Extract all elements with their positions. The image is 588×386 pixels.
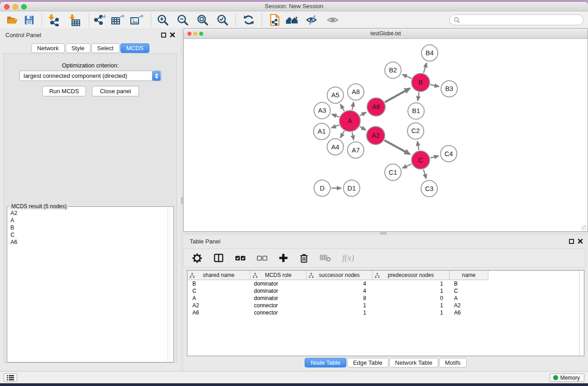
export-table-button[interactable] bbox=[111, 14, 124, 26]
zoom-selected-button[interactable] bbox=[215, 14, 229, 26]
splitter-grip[interactable] bbox=[380, 232, 387, 234]
zoom-button[interactable] bbox=[199, 32, 203, 36]
column-header-predecessor-nodes[interactable]: predecessor nodes bbox=[373, 271, 449, 280]
show-graphics-details-button[interactable] bbox=[326, 14, 339, 26]
tab-node-table[interactable]: Node Table bbox=[305, 358, 346, 367]
save-session-button[interactable] bbox=[22, 14, 36, 26]
tab-select[interactable]: Select bbox=[91, 43, 120, 53]
hide-graphics-details-button[interactable] bbox=[305, 14, 319, 26]
network-canvas[interactable]: AA6A2BCA5A8A3A1A4A7B4B2B3B1C2C4C1C3DD1 bbox=[184, 39, 588, 231]
search-icon bbox=[454, 17, 460, 24]
graph-edge-C-C4[interactable] bbox=[430, 156, 439, 158]
run-mcds-button[interactable]: Run MCDS bbox=[42, 86, 86, 96]
table-scrollbar[interactable] bbox=[579, 271, 584, 356]
home-view-button[interactable] bbox=[285, 14, 299, 26]
graph-edge-C-C2[interactable] bbox=[417, 141, 419, 150]
memory-button[interactable]: Memory bbox=[550, 373, 584, 382]
network-graph[interactable]: AA6A2BCA5A8A3A1A4A7B4B2B3B1C2C4C1C3DD1 bbox=[184, 39, 588, 231]
tab-edge-table[interactable]: Edge Table bbox=[347, 358, 388, 367]
graph-edge-B-B4[interactable] bbox=[424, 63, 427, 73]
show-task-history-button[interactable] bbox=[4, 373, 17, 382]
zoom-fit-button[interactable] bbox=[196, 14, 209, 26]
graph-edge-C-C1[interactable] bbox=[402, 164, 411, 168]
minimize-button[interactable] bbox=[193, 32, 197, 36]
search-input[interactable] bbox=[460, 15, 583, 24]
table-settings-button[interactable] bbox=[192, 253, 202, 263]
table-row[interactable]: A6 connector 1 1 A6 bbox=[187, 309, 584, 316]
float-panel-icon[interactable] bbox=[569, 239, 574, 244]
tab-mcds[interactable]: MCDS bbox=[120, 43, 149, 53]
list-icon bbox=[7, 375, 14, 381]
open-session-button[interactable] bbox=[5, 14, 19, 26]
network-from-clipboard-button[interactable] bbox=[268, 14, 282, 26]
table-row[interactable]: A dominator 8 0 A bbox=[187, 295, 584, 302]
close-panel-icon[interactable] bbox=[578, 238, 583, 244]
select-all-columns-button[interactable] bbox=[235, 253, 246, 263]
close-button[interactable] bbox=[187, 32, 191, 36]
close-panel-icon[interactable] bbox=[170, 32, 175, 38]
result-scrollbar[interactable] bbox=[167, 207, 173, 362]
graph-edge-A-A5[interactable] bbox=[340, 104, 344, 111]
open-folder-icon bbox=[6, 14, 18, 26]
column-header-successor-nodes[interactable]: successor nodes bbox=[306, 271, 373, 280]
column-header-name[interactable]: name bbox=[449, 271, 488, 280]
delete-table-button[interactable] bbox=[320, 253, 331, 262]
import-table-button[interactable] bbox=[67, 14, 81, 26]
attribute-icon bbox=[309, 273, 314, 278]
show-columns-button[interactable] bbox=[213, 253, 224, 263]
graph-edge-B-B2[interactable] bbox=[402, 74, 411, 78]
result-item[interactable]: C bbox=[10, 231, 165, 238]
close-button[interactable] bbox=[4, 4, 10, 10]
optimization-criterion-label: Optimization criterion: bbox=[4, 62, 177, 69]
graph-node-label-B4: B4 bbox=[425, 49, 434, 57]
table-body: B dominator 4 1 B C dominator 4 1 C A do… bbox=[187, 280, 584, 316]
result-item[interactable]: B bbox=[10, 224, 165, 231]
graph-edge-A-A7[interactable] bbox=[352, 132, 354, 140]
tab-network[interactable]: Network bbox=[31, 43, 65, 53]
fullscreen-button[interactable] bbox=[21, 4, 27, 10]
document-network-icon bbox=[269, 14, 281, 26]
graph-edge-B-B3[interactable] bbox=[430, 85, 439, 86]
splitter-grip[interactable] bbox=[181, 197, 183, 204]
close-panel-button[interactable]: Close panel bbox=[92, 86, 139, 96]
function-builder-button[interactable]: f(x) bbox=[342, 253, 354, 263]
table-row[interactable]: B dominator 4 1 B bbox=[187, 280, 584, 287]
horizontal-splitter[interactable] bbox=[183, 232, 588, 235]
graph-edge-A-A8[interactable] bbox=[352, 102, 354, 110]
tab-style[interactable]: Style bbox=[66, 43, 91, 53]
table-row[interactable]: C dominator 4 1 C bbox=[187, 287, 584, 295]
window-resize-grip[interactable] bbox=[581, 225, 587, 231]
column-header-mcds-role[interactable]: MCDS role bbox=[250, 271, 306, 280]
unselect-all-columns-button[interactable] bbox=[257, 253, 268, 263]
zoom-in-button[interactable] bbox=[156, 14, 169, 26]
optimization-criterion-dropdown[interactable]: largest connected component (directed) bbox=[19, 71, 162, 81]
create-column-button[interactable] bbox=[278, 253, 288, 263]
app-title: Session: New Session bbox=[0, 2, 588, 11]
graph-edge-C-C3[interactable] bbox=[424, 170, 426, 179]
result-item[interactable]: A bbox=[10, 217, 165, 224]
zoom-out-button[interactable] bbox=[176, 14, 189, 26]
delete-column-button[interactable] bbox=[299, 253, 309, 263]
graph-edge-A6-B[interactable] bbox=[385, 88, 410, 102]
refresh-button[interactable] bbox=[242, 14, 255, 26]
graph-edge-A-A4[interactable] bbox=[340, 131, 344, 138]
zoom-out-icon bbox=[177, 14, 189, 26]
column-header-shared-name[interactable]: shared name bbox=[187, 271, 250, 280]
graph-edge-B-B1[interactable] bbox=[418, 92, 419, 101]
result-item[interactable]: A6 bbox=[10, 238, 165, 246]
mcds-result-list: A2 A B C A6 bbox=[8, 207, 167, 362]
tab-network-table[interactable]: Network Table bbox=[389, 358, 438, 367]
graph-edge-A-A2[interactable] bbox=[360, 127, 366, 130]
minimize-button[interactable] bbox=[13, 4, 18, 10]
tab-motifs[interactable]: Motifs bbox=[439, 358, 467, 367]
result-item[interactable]: A2 bbox=[10, 210, 165, 217]
export-image-button[interactable] bbox=[130, 14, 143, 26]
import-network-button[interactable] bbox=[47, 14, 60, 26]
graph-edge-A-A1[interactable] bbox=[331, 125, 339, 128]
graph-edge-A-A3[interactable] bbox=[332, 114, 339, 117]
graph-edge-A2-C[interactable] bbox=[384, 140, 410, 154]
export-network-button[interactable] bbox=[92, 14, 106, 26]
graph-edge-A-A6[interactable] bbox=[360, 112, 366, 115]
table-row[interactable]: A2 connector 1 1 A2 bbox=[187, 302, 584, 309]
float-panel-icon[interactable] bbox=[161, 33, 166, 38]
